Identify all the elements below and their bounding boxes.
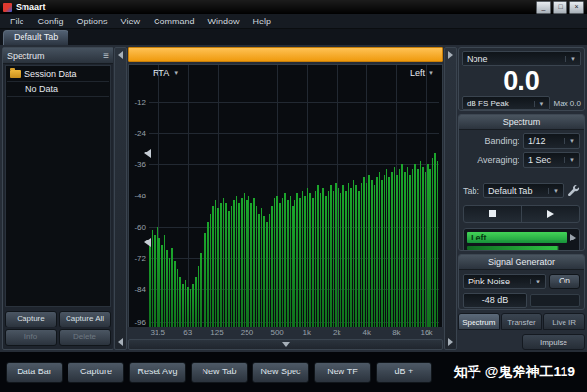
rta-bar bbox=[261, 208, 263, 327]
generator-on-button[interactable]: On bbox=[549, 274, 580, 289]
input-level-meter[interactable]: Left bbox=[463, 228, 580, 252]
menu-window[interactable]: Window bbox=[201, 17, 246, 26]
collapse-left-bottom-icon[interactable] bbox=[118, 338, 123, 346]
spectrum-data-sidebar: Spectrum ≡ Session Data No Data Capture … bbox=[2, 47, 113, 350]
rta-bar bbox=[432, 158, 434, 327]
rta-bar bbox=[171, 248, 173, 327]
collapse-right-icon[interactable] bbox=[448, 51, 453, 59]
title-bar[interactable]: Smaart _ □ × bbox=[0, 0, 587, 14]
averaging-label: Averaging: bbox=[477, 155, 519, 165]
bottom-button-new-spec[interactable]: New Spec bbox=[252, 362, 309, 383]
signal-generator-panel: Signal Generator Pink Noise ▼ On -48 dB bbox=[458, 254, 585, 310]
rta-bar bbox=[263, 216, 265, 327]
play-icon bbox=[547, 210, 554, 218]
dropdown-arrow-icon: ▼ bbox=[429, 70, 434, 76]
banding-row: Banding: 1/12 ▼ bbox=[459, 130, 584, 150]
graph-right-strip[interactable] bbox=[444, 47, 457, 350]
x-tick-label: 31.5 bbox=[150, 328, 165, 337]
rta-bar bbox=[246, 200, 248, 327]
rta-bar bbox=[292, 206, 294, 327]
measurement-type-dropdown[interactable]: RTA ▼ bbox=[153, 68, 179, 78]
menu-view[interactable]: View bbox=[114, 17, 147, 26]
rta-bar bbox=[266, 222, 268, 327]
rta-bar bbox=[420, 161, 422, 327]
tab-select-dropdown[interactable]: Default Tab ▼ bbox=[483, 183, 564, 198]
rta-bar bbox=[250, 203, 252, 327]
close-button[interactable]: × bbox=[569, 1, 584, 14]
minimize-button[interactable]: _ bbox=[536, 1, 551, 14]
meter-unit-dropdown[interactable]: dB FS Peak ▼ bbox=[462, 96, 550, 110]
menu-file[interactable]: File bbox=[3, 17, 31, 26]
dropdown-arrow-icon: ▼ bbox=[564, 138, 575, 144]
rta-plot[interactable]: -12-24-36-48-60-72-84-96 RTA ▼ Left ▼ bbox=[128, 64, 443, 327]
folder-icon bbox=[10, 70, 21, 78]
averaging-dropdown[interactable]: 1 Sec ▼ bbox=[523, 152, 580, 168]
tree-item-no-data[interactable]: No Data bbox=[7, 82, 109, 97]
rta-bar bbox=[192, 284, 194, 327]
tree-folder-session-data[interactable]: Session Data bbox=[7, 67, 109, 82]
level-marker-top[interactable] bbox=[144, 149, 151, 158]
rta-bar bbox=[225, 203, 227, 327]
rta-bar bbox=[379, 172, 381, 327]
collapse-right-bottom-icon[interactable] bbox=[448, 338, 453, 346]
bottom-button-reset-avg[interactable]: Reset Avg bbox=[129, 362, 186, 383]
mode-tab-spectrum[interactable]: Spectrum bbox=[458, 313, 500, 330]
banding-dropdown[interactable]: 1/12 ▼ bbox=[523, 133, 580, 149]
watermark-text: 知乎 @鬼斧神工119 bbox=[454, 364, 575, 381]
rta-bar bbox=[342, 185, 344, 327]
graph-collapse-handle[interactable] bbox=[128, 339, 443, 350]
bottom-button-db-[interactable]: dB + bbox=[376, 362, 432, 383]
bottom-toolbar: Data BarCaptureReset AvgNew TabNew SpecN… bbox=[0, 352, 587, 392]
menu-config[interactable]: Config bbox=[31, 17, 70, 26]
delete-button[interactable]: Delete bbox=[59, 329, 111, 346]
rta-bar bbox=[241, 198, 243, 327]
menu-command[interactable]: Command bbox=[147, 17, 202, 26]
maximize-button[interactable]: □ bbox=[553, 1, 567, 14]
spectrum-section-header: Spectrum bbox=[459, 115, 584, 130]
generator-type-value: Pink Noise bbox=[468, 277, 510, 286]
dropdown-arrow-icon: ▼ bbox=[565, 56, 576, 62]
capture-all-button[interactable]: Capture All bbox=[59, 311, 111, 327]
x-tick-label: 250 bbox=[241, 328, 253, 337]
mode-tab-live-ir[interactable]: Live IR bbox=[543, 313, 585, 330]
sidebar-menu-icon[interactable]: ≡ bbox=[103, 51, 109, 61]
rta-bar bbox=[322, 188, 324, 327]
level-marker-bottom[interactable] bbox=[144, 238, 151, 247]
rta-bar bbox=[427, 164, 429, 327]
bottom-button-data-bar[interactable]: Data Bar bbox=[6, 362, 63, 383]
info-button[interactable]: Info bbox=[5, 329, 57, 346]
mode-tab-transfer[interactable]: Transfer bbox=[501, 313, 543, 330]
rta-bar bbox=[340, 193, 342, 327]
menu-options[interactable]: Options bbox=[70, 17, 114, 26]
generator-type-dropdown[interactable]: Pink Noise ▼ bbox=[463, 274, 546, 289]
rta-bar bbox=[391, 172, 393, 327]
graph-status-banner[interactable] bbox=[128, 47, 443, 62]
input-meter-strip bbox=[467, 246, 576, 250]
tab-default[interactable]: Default Tab bbox=[3, 30, 68, 45]
rta-bar bbox=[434, 153, 436, 327]
channel-dropdown[interactable]: Left ▼ bbox=[410, 68, 434, 78]
capture-button[interactable]: Capture bbox=[5, 311, 57, 327]
collapse-left-icon[interactable] bbox=[118, 51, 123, 59]
rta-bar bbox=[328, 191, 330, 327]
graph-left-strip[interactable] bbox=[114, 47, 127, 350]
meter-play-icon[interactable] bbox=[570, 234, 576, 241]
bottom-button-new-tf[interactable]: New TF bbox=[314, 362, 371, 383]
rta-bar bbox=[287, 200, 289, 327]
play-button[interactable] bbox=[521, 206, 580, 222]
generator-level-display[interactable]: -48 dB bbox=[463, 293, 527, 308]
generator-level-slider[interactable] bbox=[530, 294, 580, 307]
menu-help[interactable]: Help bbox=[246, 17, 278, 26]
wrench-icon[interactable] bbox=[567, 184, 580, 196]
meter-source-dropdown[interactable]: None ▼ bbox=[462, 51, 581, 66]
sidebar-title: Spectrum bbox=[7, 51, 45, 61]
main-area: Spectrum ≡ Session Data No Data Capture … bbox=[0, 45, 587, 352]
banding-label: Banding: bbox=[484, 136, 519, 146]
stop-button[interactable] bbox=[464, 206, 521, 222]
bottom-button-capture[interactable]: Capture bbox=[68, 362, 124, 383]
rta-bar bbox=[220, 203, 222, 327]
spectrum-bars bbox=[149, 65, 439, 327]
impulse-button[interactable]: Impulse bbox=[522, 334, 585, 350]
x-tick-label: 125 bbox=[210, 328, 223, 337]
bottom-button-new-tab[interactable]: New Tab bbox=[191, 362, 248, 383]
